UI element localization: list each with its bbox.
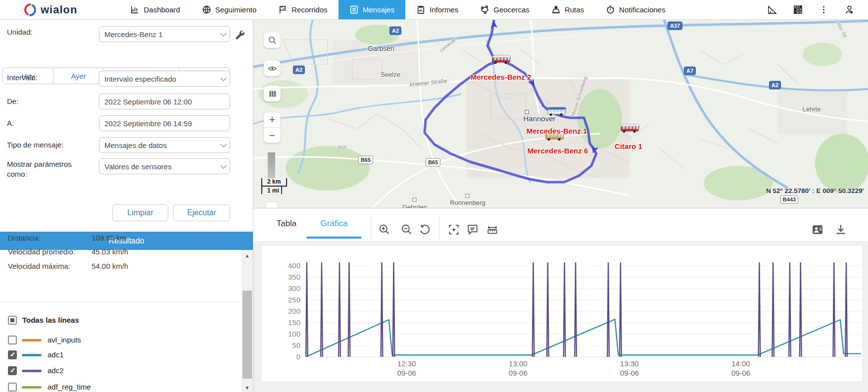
unit-name-label[interactable]: Mercedes-Benz 6 — [528, 147, 588, 155]
nav-item-notificaciones[interactable]: Notificaciones — [595, 0, 676, 19]
chart-zoom-out-button[interactable] — [398, 221, 415, 238]
show-params-select[interactable]: Valores de sensores — [99, 158, 230, 174]
user-logout-icon[interactable] — [843, 4, 855, 16]
unit-name-label[interactable]: Citaro 1 — [615, 142, 642, 150]
chart-reset-zoom-button[interactable] — [417, 221, 434, 238]
road-badge: A2 — [769, 81, 781, 90]
chevron-down-icon — [220, 162, 227, 169]
chart-fit-button[interactable] — [445, 221, 462, 238]
road-badge: A2 — [293, 66, 305, 74]
from-datetime-input[interactable]: 2022 Septiembre 06 12:00 — [99, 94, 230, 109]
zoom-slider[interactable] — [268, 152, 275, 178]
unit-bus-icon[interactable] — [491, 53, 511, 67]
panel-scrollbar[interactable]: ▲ ▼ — [241, 250, 253, 392]
map-visibility-button[interactable] — [264, 60, 281, 76]
scrollbar-thumb[interactable] — [242, 291, 252, 379]
range-ayer-button[interactable]: Ayer — [53, 68, 103, 84]
nav-item-geocercas[interactable]: Geocercas — [469, 0, 540, 19]
nav-label: Mensajes — [363, 5, 394, 14]
x-axis-date-label: 09-06 — [731, 369, 750, 377]
flag-icon — [278, 5, 288, 14]
series-label: adf_reg_time — [48, 383, 91, 391]
map-search-button[interactable] — [264, 32, 281, 48]
road-badge: B443 — [780, 196, 798, 204]
apps-grid-icon[interactable] — [792, 4, 804, 16]
adc2-spike — [759, 262, 761, 357]
unit-select[interactable]: Mercedes-Benz 1 — [99, 26, 230, 42]
unit-name-label[interactable]: Mercedes-Benz 2 — [471, 73, 531, 81]
chevron-down-icon — [220, 75, 227, 81]
export-download-button[interactable] — [832, 221, 849, 238]
nav-item-seguimiento[interactable]: Seguimiento — [191, 0, 267, 19]
more-menu-icon[interactable] — [818, 4, 829, 16]
adc2-spike — [306, 262, 308, 357]
series-checkbox[interactable] — [8, 336, 17, 344]
map-view[interactable]: GarbsenSeelzeAhlemer StraßeLeineuferHann… — [253, 20, 868, 208]
scroll-down-icon[interactable]: ▼ — [241, 385, 253, 391]
adc2-spike — [607, 262, 609, 357]
y-axis-tick-label: 150 — [288, 318, 300, 327]
road-badge: B65 — [426, 158, 440, 167]
max-speed-label: Velocidad máxima: — [8, 262, 70, 270]
zoom-out-button[interactable]: − — [264, 128, 281, 143]
nav-item-recorridos[interactable]: Recorridos — [267, 0, 338, 19]
chart-messages-button[interactable] — [464, 221, 481, 238]
nav-label: Dashboard — [144, 5, 180, 14]
divider — [371, 216, 371, 240]
to-datetime-input[interactable]: 2022 Septiembre 06 14:59 — [99, 115, 230, 131]
series-color-swatch — [22, 370, 42, 372]
clear-button[interactable]: Limpiar — [112, 204, 168, 221]
measure-ruler-icon[interactable] — [766, 4, 778, 16]
ruler-width-icon — [486, 223, 499, 236]
adc2-spike — [338, 262, 340, 357]
unit-bus-icon[interactable] — [620, 122, 640, 136]
unit-bus-icon[interactable] — [547, 105, 567, 119]
chart-measure-button[interactable] — [484, 221, 501, 238]
collapse-bottom-panel-handle[interactable] — [266, 202, 278, 208]
execute-button[interactable]: Ejecutar — [173, 204, 230, 221]
nav-item-mensajes[interactable]: Mensajes — [338, 0, 405, 19]
nav-item-dashboard[interactable]: Dashboard — [119, 0, 191, 19]
reset-rotate-icon — [419, 223, 432, 236]
adc2-spike — [381, 262, 383, 357]
map-layers-button[interactable] — [264, 86, 281, 101]
interval-select[interactable]: Intervalo especificado — [99, 71, 230, 87]
chart-card[interactable]: 05010015020025030035040012:3009-0613:000… — [262, 246, 862, 381]
scroll-up-icon[interactable]: ▲ — [241, 253, 253, 258]
series-color-swatch — [22, 339, 42, 342]
road-badge: A2 — [389, 27, 401, 35]
search-icon — [268, 36, 277, 45]
series-row: adc1 — [0, 349, 241, 362]
zoom-in-button[interactable]: + — [264, 112, 281, 128]
tab-grafica[interactable]: Gráfica — [318, 208, 350, 239]
message-type-select[interactable]: Mensajes de datos — [99, 137, 230, 153]
series-checkbox[interactable] — [8, 366, 17, 375]
nav-label: Geocercas — [493, 5, 530, 14]
nav-item-informes[interactable]: Informes — [405, 0, 469, 19]
chart-zoom-in-button[interactable] — [376, 221, 393, 238]
wialon-logo[interactable]: wialon — [0, 0, 92, 19]
nav-label: Informes — [430, 5, 458, 14]
series-checkbox[interactable] — [8, 383, 17, 392]
adc2-spike — [547, 262, 549, 357]
map-place-label: Seelze — [381, 71, 400, 78]
message-type-label: Tipo de mensaje: — [7, 141, 64, 149]
from-datetime-value: 2022 Septiembre 06 12:00 — [104, 98, 192, 106]
tab-tabla[interactable]: Tabla — [270, 208, 303, 239]
nav-label: Seguimiento — [215, 5, 256, 14]
series-color-swatch — [22, 354, 42, 356]
series-checkbox[interactable] — [8, 316, 17, 325]
x-axis-date-label: 09-06 — [397, 369, 416, 377]
download-icon — [834, 223, 847, 236]
x-axis-date-label: 09-06 — [509, 369, 528, 377]
map-source-icon — [268, 89, 277, 98]
series-label: adc1 — [48, 350, 64, 359]
nav-label: Recorridos — [291, 5, 328, 14]
nav-label: Notificaciones — [619, 5, 665, 14]
messages-query-panel: Unidad: Mercedes-Benz 1 Hoy Ayer Semana … — [0, 20, 253, 392]
unit-name-label[interactable]: Mercedes-Benz 1 — [527, 127, 587, 135]
nav-item-rutas[interactable]: Rutas — [540, 0, 595, 19]
unit-settings-wrench-icon[interactable] — [235, 30, 246, 42]
series-checkbox[interactable] — [8, 350, 17, 359]
driver-card-button[interactable] — [809, 221, 826, 238]
